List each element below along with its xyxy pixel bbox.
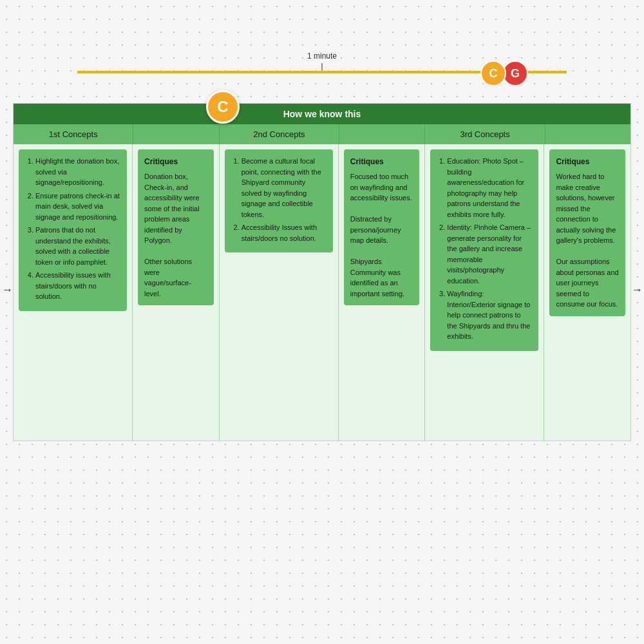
section-header-1st: 1st Concepts [14, 124, 133, 144]
sections-row: 1st Concepts 2nd Concepts 3rd Concepts [14, 124, 630, 144]
list-item: Accessibility issues with stairs/doors w… [35, 270, 120, 302]
section-header-2nd-critique [339, 124, 425, 144]
column-2nd-critiques: Critiques Focused too much on wayfinding… [339, 144, 426, 440]
critique-text-1: Donation box, Check-in, and accessibilit… [144, 171, 207, 246]
critique-text-5: Shipyards Community was identified as an… [350, 256, 413, 299]
list-item: Identity: Pinhole Camera – generate pers… [447, 222, 532, 286]
list-item: Become a cultural focal point, connectin… [242, 156, 327, 220]
avatar-c: C [480, 61, 506, 86]
timeline-area: 1 minute C G [13, 52, 631, 103]
critique-text-4: Distracted by persona/journey map detail… [350, 214, 413, 246]
card-3rd-critiques: Critiques Worked hard to make creative s… [549, 149, 625, 316]
list-3rd-concepts: Education: Photo Spot – building awarene… [437, 156, 532, 342]
column-1st-critiques: Critiques Donation box, Check-in, and ac… [133, 144, 220, 440]
arrow-left-icon[interactable]: → [1, 283, 13, 296]
column-2nd-concepts: Become a cultural focal point, connectin… [220, 144, 339, 440]
columns-area: Highlight the donation box, solved via s… [14, 144, 630, 440]
critique-text-6: Worked hard to make creative solutions, … [556, 171, 619, 246]
board: How we know this 1st Concepts 2nd Concep… [13, 103, 631, 441]
list-item: Education: Photo Spot – building awarene… [447, 156, 532, 220]
list-1st-concepts: Highlight the donation box, solved via s… [25, 156, 120, 302]
timeline-label: 1 minute [307, 52, 337, 61]
column-1st-concepts: Highlight the donation box, solved via s… [14, 144, 133, 440]
critique-text-7: Our assumptions about personas and user … [556, 256, 619, 310]
card-title-critiques-1: Critiques [144, 156, 207, 167]
section-header-3rd: 3rd Concepts [425, 124, 545, 144]
card-2nd-critiques: Critiques Focused too much on wayfinding… [344, 149, 420, 305]
section-header-1st-critique [133, 124, 219, 144]
list-item: Highlight the donation box, solved via s… [35, 156, 120, 188]
column-3rd-critiques: Critiques Worked hard to make creative s… [544, 144, 630, 440]
card-1st-concepts: Highlight the donation box, solved via s… [19, 149, 127, 311]
avatar-group: C G [480, 61, 528, 86]
list-item: Patrons that do not understand the exhib… [35, 225, 120, 267]
floating-avatar-c: C [206, 90, 240, 124]
card-2nd-concepts: Become a cultural focal point, connectin… [225, 149, 333, 252]
section-header-3rd-critique [545, 124, 630, 144]
list-item: Accessibility Issues with stairs/doors n… [242, 222, 327, 243]
list-item: Wayfinding: Interior/Exterior signage to… [447, 289, 532, 342]
avatar-g: G [502, 61, 528, 86]
column-3rd-concepts: Education: Photo Spot – building awarene… [425, 144, 544, 440]
critique-text-3: Focused too much on wayfinding and acces… [350, 171, 413, 204]
board-container: C How we know this 1st Concepts 2nd Conc… [13, 103, 631, 441]
section-header-2nd: 2nd Concepts [220, 124, 339, 144]
list-item: Ensure patrons check-in at main desk, so… [35, 191, 120, 223]
card-title-critiques-3: Critiques [556, 156, 619, 167]
card-title-critiques-2: Critiques [350, 156, 413, 167]
card-3rd-concepts: Education: Photo Spot – building awarene… [430, 149, 538, 351]
card-1st-critiques: Critiques Donation box, Check-in, and ac… [138, 149, 214, 305]
list-2nd-concepts: Become a cultural focal point, connectin… [231, 156, 327, 243]
timeline-tick [322, 63, 323, 71]
arrow-right-icon[interactable]: → [631, 283, 643, 296]
board-header: How we know this [14, 104, 630, 124]
critique-text-2: Other solutions were vague/surface-level… [144, 256, 207, 299]
